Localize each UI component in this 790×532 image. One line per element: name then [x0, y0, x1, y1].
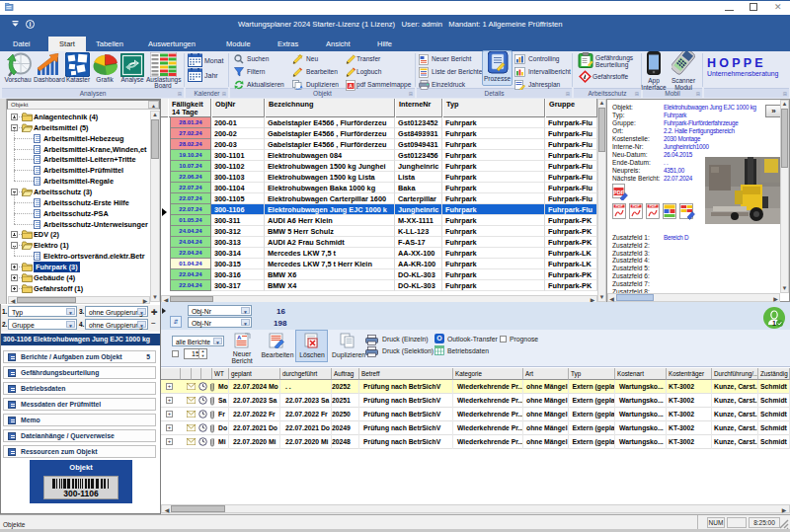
svg-text:A: A	[237, 335, 242, 341]
